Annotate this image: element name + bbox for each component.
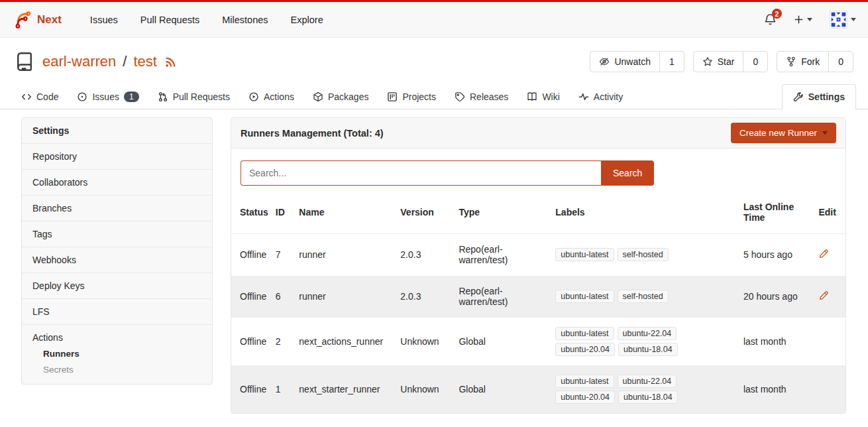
runner-status: Offline: [231, 318, 276, 365]
label-chip: ubuntu-20.04: [555, 343, 615, 356]
sidebar-item-branches[interactable]: Branches: [22, 196, 212, 221]
forgejo-logo[interactable]: Next: [12, 10, 62, 30]
notification-count-badge: 2: [772, 9, 782, 19]
tab-releases[interactable]: Releases: [445, 85, 517, 109]
runner-name: next_starter_runner: [299, 365, 400, 413]
repo-name-link[interactable]: test: [133, 53, 156, 70]
column-status: Status: [231, 188, 276, 234]
page-title: Runners Management (Total: 4): [241, 128, 384, 139]
tab-activity[interactable]: Activity: [569, 85, 632, 109]
panel-header: Runners Management (Total: 4) Create new…: [231, 118, 845, 149]
tab-label: Releases: [470, 91, 508, 102]
runner-labels: ubuntu-latest ubuntu-22.04 ubuntu-20.04 …: [555, 373, 696, 405]
column-name: Name: [299, 188, 400, 234]
tab-label: Activity: [594, 91, 623, 102]
plus-icon: [794, 15, 804, 25]
notifications-button[interactable]: 2: [764, 13, 777, 26]
tab-label: Wiki: [542, 91, 559, 102]
tag-icon: [455, 91, 465, 102]
unwatch-label: Unwatch: [614, 56, 650, 67]
runner-id: 6: [276, 276, 299, 318]
top-navbar: Next Issues Pull Requests Milestones Exp…: [0, 2, 868, 38]
star-icon: [702, 56, 713, 67]
table-row: Offline 2 next_actions_runner Unknown Gl…: [231, 318, 845, 365]
create-new-dropdown[interactable]: [794, 15, 812, 25]
tab-projects[interactable]: Projects: [378, 85, 445, 109]
runner-labels: ubuntu-latest self-hosted: [555, 288, 696, 304]
search-input[interactable]: [241, 160, 601, 186]
runner-version: 2.0.3: [400, 234, 459, 276]
runner-name: runner: [299, 234, 400, 276]
edit-runner-button[interactable]: [818, 249, 829, 259]
tab-issues[interactable]: Issues 1: [68, 85, 148, 109]
sidebar-item-runners[interactable]: Runners: [32, 343, 201, 359]
sidebar-item-tags[interactable]: Tags: [22, 221, 212, 247]
star-label: Star: [718, 56, 735, 67]
nav-link-issues[interactable]: Issues: [79, 15, 129, 25]
tab-code[interactable]: Code: [12, 85, 68, 109]
runner-id: 1: [276, 365, 299, 413]
repo-actions: Unwatch 1 Star 0: [590, 51, 853, 72]
sidebar-header-settings: Settings: [22, 118, 212, 144]
stars-count[interactable]: 0: [743, 52, 767, 72]
runners-table: Status ID Name Version Type Labels Last …: [231, 188, 845, 413]
runner-last-online: last month: [743, 365, 818, 413]
runner-type: Global: [459, 365, 555, 413]
issue-opened-icon: [77, 91, 87, 102]
unwatch-button[interactable]: Unwatch: [590, 52, 659, 72]
label-chip: ubuntu-20.04: [555, 391, 615, 404]
fork-button[interactable]: Fork: [777, 52, 828, 72]
create-new-runner-button[interactable]: Create new Runner: [731, 123, 836, 143]
rss-icon[interactable]: [165, 56, 176, 68]
runner-labels: ubuntu-latest self-hosted: [555, 247, 696, 263]
user-menu-dropdown[interactable]: [830, 11, 856, 29]
edit-runner-button[interactable]: [818, 290, 829, 301]
runner-status: Offline: [231, 365, 276, 413]
repo-icon: [15, 52, 34, 72]
forks-count[interactable]: 0: [828, 52, 853, 72]
nav-link-pull-requests[interactable]: Pull Requests: [129, 15, 211, 25]
runner-version: Unknown: [400, 365, 459, 413]
column-type: Type: [459, 188, 555, 234]
tab-label: Settings: [808, 91, 845, 102]
tab-pull-requests[interactable]: Pull Requests: [148, 85, 239, 109]
sidebar-item-webhooks[interactable]: Webhooks: [22, 247, 212, 273]
sidebar-item-deploy-keys[interactable]: Deploy Keys: [22, 273, 212, 299]
sidebar-item-actions[interactable]: Actions: [32, 332, 201, 343]
label-chip: ubuntu-22.04: [618, 327, 677, 340]
runner-type: Repo(earl-warren/test): [459, 276, 555, 318]
create-new-runner-label: Create new Runner: [739, 128, 817, 138]
repo-breadcrumb: earl-warren/test: [42, 53, 176, 70]
table-header-row: Status ID Name Version Type Labels Last …: [231, 188, 845, 234]
tab-settings[interactable]: Settings: [782, 84, 856, 109]
git-pull-request-icon: [158, 91, 168, 102]
runner-last-online: last month: [743, 318, 818, 365]
sidebar-item-lfs[interactable]: LFS: [22, 299, 212, 325]
star-button-group: Star 0: [693, 51, 768, 72]
label-chip: self-hosted: [618, 290, 669, 303]
tab-wiki[interactable]: Wiki: [517, 85, 569, 109]
label-chip: ubuntu-latest: [555, 375, 614, 388]
sidebar-item-repository[interactable]: Repository: [22, 144, 212, 170]
star-button[interactable]: Star: [694, 52, 743, 72]
sidebar-item-secrets[interactable]: Secrets: [32, 359, 201, 375]
runner-labels: ubuntu-latest ubuntu-22.04 ubuntu-20.04 …: [555, 326, 696, 357]
eye-slash-icon: [599, 56, 610, 67]
nav-link-milestones[interactable]: Milestones: [211, 15, 279, 25]
runner-status: Offline: [231, 276, 276, 318]
runner-version: Unknown: [400, 318, 459, 365]
tab-label: Packages: [328, 91, 368, 102]
fork-button-group: Fork 0: [777, 51, 853, 72]
repo-owner-link[interactable]: earl-warren: [42, 53, 116, 70]
label-chip: ubuntu-22.04: [618, 375, 677, 388]
sidebar-item-collaborators[interactable]: Collaborators: [22, 170, 212, 196]
tab-label: Code: [36, 91, 58, 102]
package-icon: [313, 91, 323, 102]
tab-actions[interactable]: Actions: [239, 85, 303, 109]
tab-packages[interactable]: Packages: [303, 85, 378, 109]
nav-link-explore[interactable]: Explore: [280, 15, 335, 25]
runner-last-online: 20 hours ago: [743, 276, 818, 318]
search-button[interactable]: Search: [601, 160, 654, 186]
column-last-online-time: Last Online Time: [743, 188, 818, 234]
watchers-count[interactable]: 1: [659, 52, 684, 72]
